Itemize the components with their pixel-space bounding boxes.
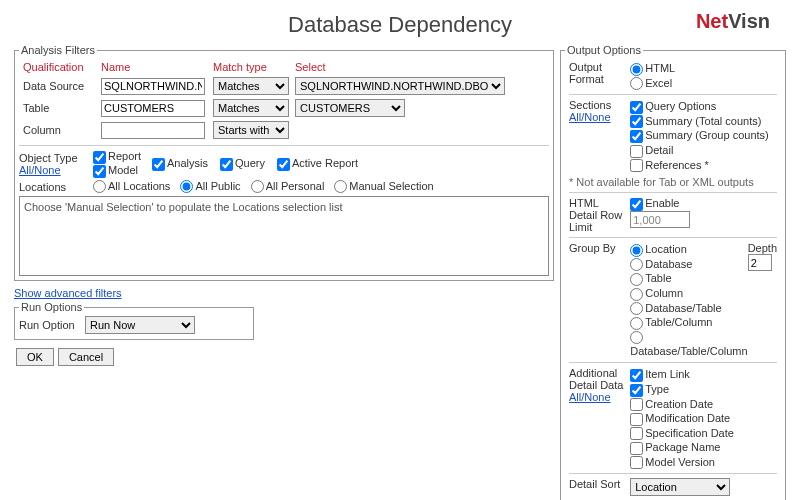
cb-summary-total[interactable] (630, 115, 643, 128)
row-limit-input[interactable] (630, 211, 690, 228)
cb-detail[interactable] (630, 145, 643, 158)
table-match-select[interactable]: Matches (213, 99, 289, 117)
rb-manual-label: Manual Selection (349, 180, 433, 192)
detail-sort-select[interactable]: Location (630, 478, 730, 496)
hdr-qualification: Qualification (21, 60, 97, 74)
object-type-label: Object Type (19, 152, 78, 164)
logo-net: Net (696, 10, 728, 32)
rb-gb-location-label: Location (645, 243, 687, 255)
sections-allnone-link[interactable]: All/None (569, 111, 611, 123)
depth-label: Depth (748, 242, 777, 254)
cb-row-limit-enable[interactable] (630, 198, 643, 211)
additional-label1: Additional (569, 367, 617, 379)
column-match-select[interactable]: Starts with (213, 121, 289, 139)
table-select[interactable]: CUSTOMERS (295, 99, 405, 117)
cb-references-label: References * (645, 159, 709, 171)
rb-manual[interactable] (334, 180, 347, 193)
group-by-label: Group By (567, 241, 626, 359)
locations-label: Locations (19, 181, 89, 193)
cb-query[interactable] (220, 158, 233, 171)
cb-analysis[interactable] (152, 158, 165, 171)
table-name-input[interactable] (101, 100, 205, 117)
row-datasource-label: Data Source (21, 76, 97, 96)
cb-specification-date-label: Specification Date (645, 427, 734, 439)
object-type-allnone-link[interactable]: All/None (19, 164, 61, 176)
additional-allnone-link[interactable]: All/None (569, 391, 611, 403)
row-table-label: Table (21, 98, 97, 118)
rb-all-locations[interactable] (93, 180, 106, 193)
cb-query-label: Query (235, 157, 265, 169)
output-options-legend: Output Options (565, 44, 643, 56)
rb-gb-database[interactable] (630, 258, 643, 271)
rb-gb-tablecol[interactable] (630, 317, 643, 330)
cb-report[interactable] (93, 151, 106, 164)
cb-item-link-label: Item Link (645, 368, 690, 380)
cb-package-name[interactable] (630, 442, 643, 455)
row-limit-label: HTML Detail Row Limit (567, 196, 626, 234)
rb-all-locations-label: All Locations (108, 180, 170, 192)
page-title: Database Dependency (0, 0, 800, 44)
sections-label: Sections (569, 99, 611, 111)
run-option-label: Run Option (19, 319, 81, 331)
cb-row-limit-enable-label: Enable (645, 197, 679, 209)
cb-item-link[interactable] (630, 369, 643, 382)
cb-type[interactable] (630, 384, 643, 397)
cb-modification-date[interactable] (630, 413, 643, 426)
cb-type-label: Type (645, 383, 669, 395)
rb-gb-dbtablecol-label: Database/Table/Column (630, 345, 747, 357)
cb-active-report[interactable] (277, 158, 290, 171)
cb-creation-date-label: Creation Date (645, 398, 713, 410)
cb-model-version[interactable] (630, 456, 643, 469)
cb-query-options[interactable] (630, 101, 643, 114)
cb-active-report-label: Active Report (292, 157, 358, 169)
rb-excel-label: Excel (645, 77, 672, 89)
rb-gb-table[interactable] (630, 273, 643, 286)
hdr-name: Name (99, 60, 209, 74)
cb-references[interactable] (630, 159, 643, 172)
rb-all-personal[interactable] (251, 180, 264, 193)
rb-gb-tablecol-label: Table/Column (645, 316, 712, 328)
datasource-match-select[interactable]: Matches (213, 77, 289, 95)
cb-model-version-label: Model Version (645, 456, 715, 468)
cb-summary-total-label: Summary (Total counts) (645, 115, 761, 127)
depth-input[interactable] (748, 254, 772, 271)
show-advanced-link[interactable]: Show advanced filters (14, 287, 122, 299)
cb-detail-label: Detail (645, 144, 673, 156)
rb-gb-location[interactable] (630, 244, 643, 257)
cb-package-name-label: Package Name (645, 441, 720, 453)
analysis-filters-group: Analysis Filters Qualification Name Matc… (14, 44, 554, 281)
rb-gb-table-label: Table (645, 272, 671, 284)
rb-gb-database-label: Database (645, 258, 692, 270)
cancel-button[interactable]: Cancel (58, 348, 114, 366)
ok-button[interactable]: OK (16, 348, 54, 366)
rb-html-label: HTML (645, 62, 675, 74)
rb-gb-dbtable-label: Database/Table (645, 302, 721, 314)
rb-gb-dbtable[interactable] (630, 302, 643, 315)
cb-analysis-label: Analysis (167, 157, 208, 169)
cb-model-label: Model (108, 164, 138, 176)
row-column-label: Column (21, 120, 97, 140)
cb-specification-date[interactable] (630, 427, 643, 440)
rb-html[interactable] (630, 63, 643, 76)
cb-model[interactable] (93, 165, 106, 178)
additional-label2: Detail Data (569, 379, 623, 391)
output-format-label: Output Format (567, 60, 626, 91)
rb-all-public[interactable] (180, 180, 193, 193)
datasource-name-input[interactable] (101, 78, 205, 95)
run-option-select[interactable]: Run Now (85, 316, 195, 334)
locations-list-box[interactable]: Choose 'Manual Selection' to populate th… (19, 196, 549, 276)
rb-gb-column[interactable] (630, 288, 643, 301)
cb-creation-date[interactable] (630, 398, 643, 411)
rb-gb-dbtablecol[interactable] (630, 331, 643, 344)
hdr-match: Match type (211, 60, 291, 74)
logo: NetVisn (696, 10, 770, 33)
rb-excel[interactable] (630, 77, 643, 90)
datasource-select[interactable]: SQLNORTHWIND.NORTHWIND.DBO (295, 77, 505, 95)
cb-query-options-label: Query Options (645, 100, 716, 112)
sections-note: * Not available for Tab or XML outputs (567, 175, 779, 189)
cb-summary-group[interactable] (630, 130, 643, 143)
output-options-group: Output Options Output Format HTMLExcel S… (560, 44, 786, 500)
column-name-input[interactable] (101, 122, 205, 139)
rb-gb-column-label: Column (645, 287, 683, 299)
run-options-legend: Run Options (19, 301, 84, 313)
